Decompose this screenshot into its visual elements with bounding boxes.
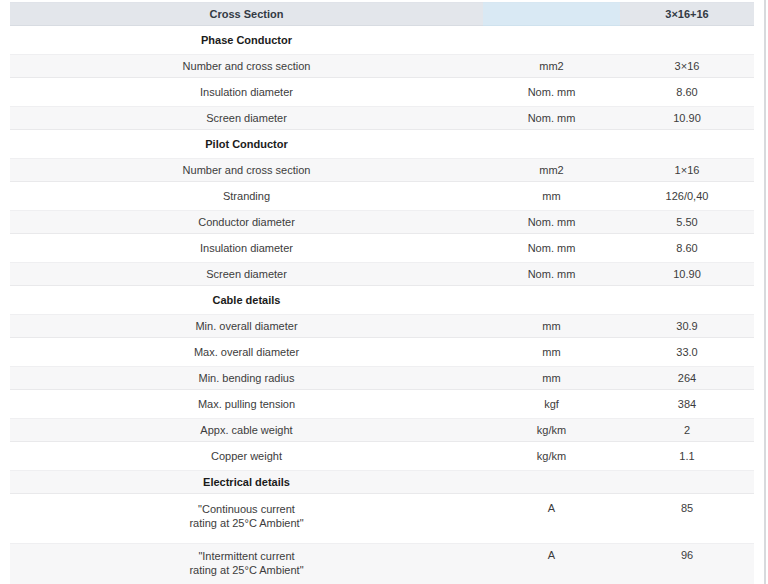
section-title: Pilot Conductor (10, 132, 483, 156)
value-cell: 3×16 (620, 54, 754, 78)
unit-cell: mm (483, 184, 620, 208)
param-label: Copper weight (10, 444, 483, 468)
value-cell (620, 288, 754, 312)
value-cell (620, 28, 754, 52)
value-cell: 2 (620, 418, 754, 442)
param-label: Insulation diameter (10, 236, 483, 260)
unit-cell: A (483, 543, 620, 584)
table-row: Conductor diameter Nom. mm 5.50 (10, 210, 754, 234)
table-row: Max. overall diameter mm 33.0 (10, 340, 754, 364)
table-row: Max. pulling tension kgf 384 (10, 392, 754, 416)
unit-cell: mm (483, 340, 620, 364)
table-row: Insulation diameter Nom. mm 8.60 (10, 236, 754, 260)
header-value-cell: 3×16+16 (620, 2, 754, 26)
table-row: Insulation diameter Nom. mm 8.60 (10, 80, 754, 104)
section-title: Cable details (10, 288, 483, 312)
unit-cell: mm2 (483, 158, 620, 182)
value-cell: 85 (620, 496, 754, 541)
table-row: "Intermittent current rating at 25°C Amb… (10, 543, 754, 584)
value-cell: 96 (620, 543, 754, 584)
param-label: Screen diameter (10, 262, 483, 286)
value-cell: 126/0,40 (620, 184, 754, 208)
unit-cell (483, 28, 620, 52)
value-cell (620, 470, 754, 494)
param-label: Max. pulling tension (10, 392, 483, 416)
param-label: Conductor diameter (10, 210, 483, 234)
value-cell: 30.9 (620, 314, 754, 338)
table-header-row: Cross Section 3×16+16 (10, 2, 754, 26)
value-cell: 384 (620, 392, 754, 416)
cable-spec-page: Cross Section 3×16+16 Phase Conductor Nu… (0, 0, 768, 584)
param-label: "Continuous current rating at 25°C Ambie… (10, 496, 483, 541)
param-label: Insulation diameter (10, 80, 483, 104)
value-cell: 1×16 (620, 158, 754, 182)
value-cell: 10.90 (620, 262, 754, 286)
table-row: Appx. cable weight kg/km 2 (10, 418, 754, 442)
param-label: Screen diameter (10, 106, 483, 130)
unit-cell: mm (483, 366, 620, 390)
unit-cell: kg/km (483, 444, 620, 468)
param-label: Min. overall diameter (10, 314, 483, 338)
param-label: Number and cross section (10, 54, 483, 78)
unit-cell (483, 470, 620, 494)
unit-cell: mm2 (483, 54, 620, 78)
value-cell: 33.0 (620, 340, 754, 364)
table-row: Screen diameter Nom. mm 10.90 (10, 262, 754, 286)
unit-cell: kgf (483, 392, 620, 416)
param-label: Appx. cable weight (10, 418, 483, 442)
value-cell: 10.90 (620, 106, 754, 130)
table-row: Copper weight kg/km 1.1 (10, 444, 754, 468)
table-row: Screen diameter Nom. mm 10.90 (10, 106, 754, 130)
table-row: Number and cross section mm2 1×16 (10, 158, 754, 182)
value-cell: 264 (620, 366, 754, 390)
section-row-electrical-details: Electrical details (10, 470, 754, 494)
header-parameter-cell: Cross Section (10, 2, 483, 26)
unit-cell: Nom. mm (483, 80, 620, 104)
section-row-cable-details: Cable details (10, 288, 754, 312)
scrollbar-track[interactable] (764, 0, 766, 584)
table-row: Stranding mm 126/0,40 (10, 184, 754, 208)
unit-cell: Nom. mm (483, 236, 620, 260)
unit-cell: kg/km (483, 418, 620, 442)
section-title: Phase Conductor (10, 28, 483, 52)
unit-cell: Nom. mm (483, 210, 620, 234)
param-label: Min. bending radius (10, 366, 483, 390)
unit-cell (483, 288, 620, 312)
header-highlight-cell (483, 2, 620, 26)
section-row-pilot-conductor: Pilot Conductor (10, 132, 754, 156)
unit-cell: A (483, 496, 620, 541)
param-label: "Intermittent current rating at 25°C Amb… (10, 543, 483, 584)
value-cell: 8.60 (620, 80, 754, 104)
table-row: Min. overall diameter mm 30.9 (10, 314, 754, 338)
unit-cell (483, 132, 620, 156)
table-row: Number and cross section mm2 3×16 (10, 54, 754, 78)
table-row: "Continuous current rating at 25°C Ambie… (10, 496, 754, 541)
section-row-phase-conductor: Phase Conductor (10, 28, 754, 52)
param-label: Stranding (10, 184, 483, 208)
unit-cell: Nom. mm (483, 262, 620, 286)
cable-spec-table: Cross Section 3×16+16 Phase Conductor Nu… (10, 0, 754, 584)
unit-cell: mm (483, 314, 620, 338)
value-cell: 8.60 (620, 236, 754, 260)
param-label: Max. overall diameter (10, 340, 483, 364)
value-cell (620, 132, 754, 156)
value-cell: 1.1 (620, 444, 754, 468)
unit-cell: Nom. mm (483, 106, 620, 130)
section-title: Electrical details (10, 470, 483, 494)
table-row: Min. bending radius mm 264 (10, 366, 754, 390)
param-label: Number and cross section (10, 158, 483, 182)
value-cell: 5.50 (620, 210, 754, 234)
